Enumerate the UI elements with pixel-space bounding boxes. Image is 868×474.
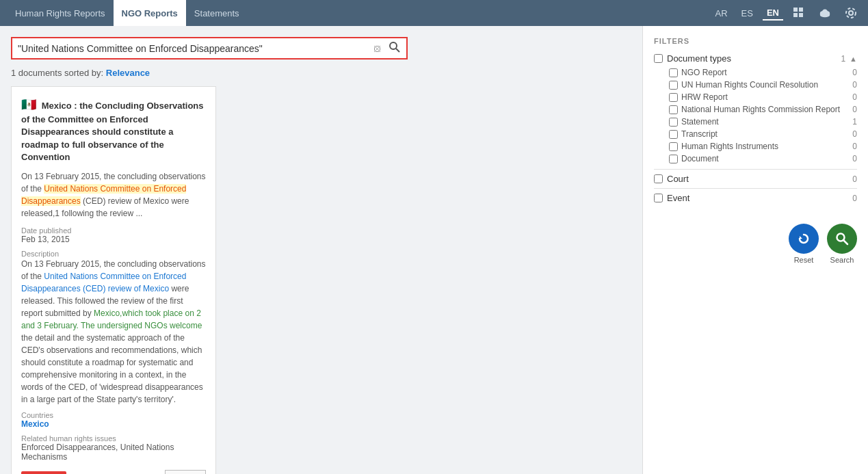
search-action-btn-wrapper: Search	[827, 224, 857, 264]
search-submit-button[interactable]	[389, 41, 401, 55]
card-footer: Statement ▶ View	[21, 470, 206, 474]
event-count: 0	[852, 194, 857, 203]
header-tools: AR ES EN	[711, 5, 861, 21]
ngo-report-checkbox[interactable]	[669, 68, 678, 77]
document-types-checkbox[interactable]	[654, 54, 663, 63]
main-nav: Human Rights Reports NGO Reports Stateme…	[7, 0, 711, 26]
svg-point-10	[390, 42, 397, 49]
issues-label: Related human rights issues	[21, 434, 206, 443]
hrw-report-checkbox[interactable]	[669, 93, 678, 102]
content-area: ⦻ 1 documents sorted by: Relevance 🇲🇽 Me…	[0, 26, 642, 474]
search-action-icon	[835, 232, 849, 246]
document-types-subitems: NGO Report 0 UN Human Rights Council Res…	[654, 66, 857, 165]
description-label: Description	[21, 250, 206, 258]
lang-ar-btn[interactable]: AR	[711, 7, 732, 20]
filter-actions: Reset Search	[654, 217, 857, 264]
filter-search-button[interactable]	[827, 224, 857, 254]
filter-item-statement: Statement 1	[669, 116, 857, 128]
event-label[interactable]: Event	[654, 193, 689, 203]
snippet-highlight: United Nations Committee on Enforced Dis…	[21, 184, 186, 206]
statement-count: 1	[852, 117, 857, 127]
hrw-report-count: 0	[852, 92, 857, 102]
filter-group-document-types-header[interactable]: Document types 1 ▲	[654, 53, 857, 64]
header: Human Rights Reports NGO Reports Stateme…	[0, 0, 868, 26]
document-types-label[interactable]: Document types	[654, 53, 731, 64]
clear-search-button[interactable]: ⦻	[372, 42, 383, 55]
svg-point-7	[822, 10, 828, 16]
sort-relevance[interactable]: Relevance	[106, 68, 150, 78]
svg-rect-0	[793, 8, 798, 12]
transcript-checkbox[interactable]	[669, 130, 678, 139]
view-button[interactable]: ▶ View	[165, 470, 206, 474]
svg-rect-2	[793, 13, 798, 17]
nav-statements[interactable]: Statements	[186, 0, 248, 26]
result-snippet: On 13 February 2015, the concluding obse…	[21, 170, 206, 220]
main-layout: ⦻ 1 documents sorted by: Relevance 🇲🇽 Me…	[0, 26, 868, 474]
desc-highlight-1: United Nations Committee on Enforced Dis…	[21, 272, 186, 293]
issues-value: Enforced Disappearances, United Nations …	[21, 443, 206, 462]
lang-en-btn[interactable]: EN	[763, 6, 783, 21]
document-types-count: 1	[841, 54, 845, 64]
court-checkbox[interactable]	[654, 174, 663, 183]
filter-group-event: Event 0	[654, 193, 857, 203]
search-action-label: Search	[830, 256, 854, 264]
nav-human-rights-reports[interactable]: Human Rights Reports	[7, 0, 114, 26]
grid-icon-btn[interactable]	[789, 5, 809, 21]
lang-es-btn[interactable]: ES	[737, 7, 757, 20]
country-flag: 🇲🇽	[21, 98, 36, 111]
reset-icon	[797, 232, 811, 246]
filter-item-nhrc-report: National Human Rights Commission Report …	[669, 103, 857, 116]
nav-ngo-reports[interactable]: NGO Reports	[114, 0, 186, 26]
settings-icon-btn[interactable]	[841, 5, 861, 21]
desc-highlight-2: Mexico,which took place on 2 and 3 Febru…	[21, 308, 202, 330]
filter-item-ngo-report: NGO Report 0	[669, 66, 857, 79]
reset-button[interactable]	[789, 224, 819, 254]
document-checkbox[interactable]	[669, 155, 678, 163]
human-rights-instruments-checkbox[interactable]	[669, 142, 678, 151]
court-label[interactable]: Court	[654, 174, 689, 184]
filter-item-document: Document 0	[669, 153, 857, 165]
country-value: Mexico	[21, 419, 206, 429]
statement-badge: Statement	[21, 471, 66, 474]
statement-checkbox[interactable]	[669, 118, 678, 127]
svg-rect-3	[799, 13, 803, 17]
svg-rect-1	[799, 8, 803, 12]
event-checkbox[interactable]	[654, 194, 663, 202]
search-input[interactable]	[18, 43, 372, 54]
nhrc-report-checkbox[interactable]	[669, 105, 678, 114]
filters-sidebar: FILTERS Document types 1 ▲ NGO Report	[642, 26, 868, 474]
svg-line-14	[843, 240, 847, 244]
search-bar-wrapper: ⦻	[11, 37, 408, 60]
filter-item-transcript: Transcript 0	[669, 128, 857, 140]
svg-point-9	[846, 8, 856, 18]
un-resolution-count: 0	[852, 80, 857, 90]
filter-item-hrw-report: HRW Report 0	[669, 91, 857, 103]
grid-icon	[793, 7, 805, 19]
expand-document-types-icon[interactable]: ▲	[850, 55, 857, 63]
result-card: 🇲🇽 Mexico : the Concluding Observations …	[11, 86, 216, 474]
svg-line-11	[396, 49, 399, 52]
human-rights-instruments-count: 0	[852, 142, 857, 151]
search-icon	[389, 41, 401, 53]
un-resolution-checkbox[interactable]	[669, 81, 678, 90]
ngo-report-count: 0	[852, 68, 857, 77]
filter-item-human-rights-instruments: Human Rights Instruments 0	[669, 140, 857, 153]
filter-group-event-header[interactable]: Event 0	[654, 193, 857, 203]
date-label: Date published	[21, 226, 206, 235]
reset-label: Reset	[794, 256, 814, 264]
countries-label: Countries	[21, 411, 206, 419]
nhrc-report-count: 0	[852, 105, 857, 114]
gear-icon	[845, 7, 857, 19]
filter-divider-2	[654, 188, 857, 189]
description-text: On 13 February 2015, the concluding obse…	[21, 258, 206, 406]
cloud-icon	[819, 7, 831, 19]
svg-point-8	[849, 11, 853, 15]
filter-group-court-header[interactable]: Court 0	[654, 174, 857, 184]
sort-line: 1 documents sorted by: Relevance	[11, 68, 631, 78]
date-value: Feb 13, 2015	[21, 235, 206, 244]
results-count: 1	[11, 68, 16, 78]
svg-marker-12	[800, 236, 802, 239]
filter-group-court: Court 0	[654, 174, 857, 184]
cloud-icon-btn[interactable]	[815, 5, 835, 21]
filter-item-un-resolution: UN Human Rights Council Resolution 0	[669, 79, 857, 91]
